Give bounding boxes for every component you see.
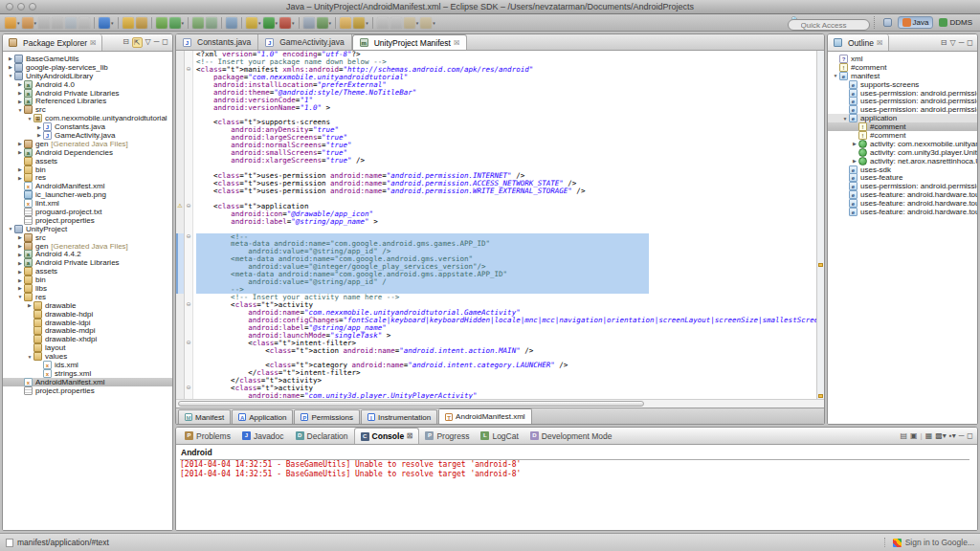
skip-breakpoints-button[interactable] — [226, 17, 237, 29]
open-perspective-button[interactable] — [880, 17, 896, 28]
tree-item[interactable]: xstrings.xml — [3, 369, 172, 378]
horizontal-scrollbar[interactable] — [176, 399, 824, 408]
expander-icon[interactable]: ▶ — [851, 141, 858, 146]
tree-item[interactable]: ▼⊞com.nexxmobile.unityandroidtutorial — [3, 114, 172, 122]
close-icon[interactable]: ☒ — [407, 432, 412, 440]
tree-item[interactable]: euses-sdk — [828, 165, 977, 174]
tree-item[interactable]: ▶BaseGameUtils — [3, 55, 172, 63]
overview-ruler[interactable] — [816, 51, 824, 399]
tree-item[interactable]: drawable-ldpi — [3, 319, 172, 327]
editor-tab[interactable]: JConstants.java — [176, 34, 258, 50]
tree-item[interactable]: ▶google-play-services_lib — [3, 63, 172, 72]
expander-icon[interactable]: ▶ — [851, 158, 858, 164]
tree-item[interactable]: euses-permission: android.permission.WRI… — [828, 105, 977, 114]
open-resource-button[interactable] — [340, 17, 351, 29]
tree-item[interactable]: ▶aReferenced Libraries — [3, 97, 172, 105]
forward-history-button[interactable]: ▾ — [420, 17, 435, 29]
scrollbar-thumb[interactable] — [178, 401, 644, 407]
tree-item[interactable]: activity: com.unity3d.player.UnityPlayer… — [828, 148, 977, 157]
expander-icon[interactable]: ▼ — [26, 116, 33, 121]
tree-item[interactable]: ▶activity: net.arox.nasrettinhoca.UnityP… — [828, 157, 977, 165]
tree-item[interactable]: xlint.xml — [3, 199, 172, 208]
collapse-all-icon[interactable]: ⊟ — [941, 38, 947, 47]
close-icon[interactable]: ☒ — [454, 39, 459, 47]
tree-item[interactable]: ▶drawable — [3, 301, 172, 310]
quick-access-input[interactable] — [788, 19, 870, 31]
expander-icon[interactable]: ▼ — [16, 294, 24, 299]
link-with-editor-icon[interactable]: ⇱ — [132, 37, 143, 48]
tree-item[interactable]: ▶JGameActivity.java — [3, 131, 172, 140]
code-line[interactable]: android:label="@string/app_name" > — [196, 218, 816, 226]
expander-icon[interactable]: ▼ — [7, 73, 14, 78]
tree-item[interactable]: euses-permission: android.permission.ACC… — [828, 97, 977, 105]
open-web-browser-button[interactable]: ▾ — [99, 17, 114, 29]
tree-item[interactable]: ▶aAndroid Private Libraries — [3, 89, 172, 98]
tree-item[interactable]: ▼UnityProject — [3, 225, 172, 233]
close-icon[interactable]: ☒ — [90, 39, 96, 47]
tree-item[interactable]: ▼eapplication — [828, 114, 977, 122]
tree-item[interactable]: project.properties — [3, 386, 172, 395]
expander-icon[interactable]: ▶ — [16, 285, 24, 291]
warning-marker[interactable] — [818, 263, 823, 267]
console-tab-development-mode[interactable]: DDevelopment Mode — [524, 428, 618, 444]
profile-button[interactable]: ▾ — [279, 17, 295, 29]
code-line[interactable] — [196, 226, 816, 233]
expander-icon[interactable]: ▶ — [35, 124, 43, 130]
expander-icon[interactable]: ▶ — [16, 90, 24, 96]
tree-item[interactable]: ▶aAndroid Private Libraries — [3, 258, 172, 267]
clear-console-icon[interactable]: ▦ — [925, 431, 933, 440]
save-all-button[interactable] — [52, 17, 63, 29]
package-explorer-tab[interactable]: Package Explorer ☒ — [3, 34, 102, 51]
tree-item[interactable]: ▶bin — [3, 276, 172, 284]
editor-tab[interactable]: mUnityProject Manifest☒ — [352, 34, 468, 50]
console-tab-declaration[interactable]: DDeclaration — [290, 428, 354, 444]
expander-icon[interactable]: ▶ — [16, 149, 24, 155]
view-menu-icon[interactable]: ▽ — [145, 37, 151, 48]
expander-icon[interactable]: ▼ — [832, 73, 839, 78]
new-java-project-button[interactable]: ▾ — [22, 17, 37, 29]
external-tools-button[interactable]: ▾ — [246, 17, 261, 29]
coverage-button[interactable]: ▾ — [317, 17, 332, 29]
console-tab-javadoc[interactable]: JJavadoc — [236, 428, 290, 444]
fold-collapse-icon[interactable]: ⊖ — [185, 385, 192, 392]
expander-icon[interactable]: ▶ — [7, 55, 14, 61]
next-annotation-button[interactable] — [390, 17, 402, 29]
code-line[interactable]: android:versionName="1.0" > — [196, 104, 816, 112]
print-button[interactable] — [65, 17, 77, 29]
maximize-icon[interactable]: ◻ — [162, 37, 168, 48]
lint-check-button[interactable]: ▾ — [169, 17, 185, 29]
tree-item[interactable]: ▶src — [3, 233, 172, 242]
tree-item[interactable]: ▶res — [3, 173, 172, 182]
maximize-icon[interactable]: ◻ — [967, 431, 973, 440]
tree-item[interactable]: ▶gen[Generated Java Files] — [3, 242, 172, 251]
code-line[interactable]: android:value="@string/app_id" / — [196, 278, 816, 286]
open-new-console-icon[interactable]: ▪▾ — [949, 431, 956, 440]
run-button[interactable]: ▾ — [263, 17, 278, 29]
expander-icon[interactable]: ▶ — [16, 99, 24, 104]
expander-icon[interactable]: ▼ — [26, 354, 33, 360]
tree-item[interactable]: xids.xml — [3, 361, 172, 369]
tree-item[interactable]: ▶aAndroid 4.4.2 — [3, 250, 172, 258]
tree-item[interactable]: ▶assets — [3, 267, 172, 276]
tree-item[interactable]: layout — [3, 343, 172, 352]
expander-icon[interactable]: ▶ — [16, 277, 24, 283]
warning-annotation-icon[interactable]: ⚠ — [176, 203, 184, 210]
expander-icon[interactable]: ▶ — [26, 302, 33, 308]
view-menu-icon[interactable]: ▽ — [950, 38, 956, 47]
form-tab-application[interactable]: AApplication — [232, 409, 293, 424]
expander-icon[interactable]: ▶ — [35, 132, 43, 138]
tree-item[interactable]: esupports-screens — [828, 80, 977, 89]
display-selected-console-icon[interactable]: ▩▾ — [935, 431, 947, 440]
tree-item[interactable]: euses-feature: android.hardware.touchscr… — [828, 199, 977, 208]
tree-item[interactable]: ▼res — [3, 293, 172, 301]
emulator-control-button[interactable] — [206, 17, 217, 29]
editor-tab[interactable]: JGameActivity.java — [258, 34, 351, 50]
console-tab-problems[interactable]: PProblems — [179, 428, 236, 444]
save-button[interactable] — [38, 17, 50, 29]
tree-item[interactable]: !#comment — [828, 131, 977, 140]
build-all-button[interactable] — [78, 17, 90, 29]
expander-icon[interactable]: ▶ — [16, 166, 24, 172]
fold-collapse-icon[interactable]: ⊖ — [185, 340, 192, 347]
tree-item[interactable]: xAndroidManifest.xml — [3, 182, 172, 190]
tree-item[interactable]: euses-feature: android.hardware.touchscr… — [828, 208, 977, 216]
